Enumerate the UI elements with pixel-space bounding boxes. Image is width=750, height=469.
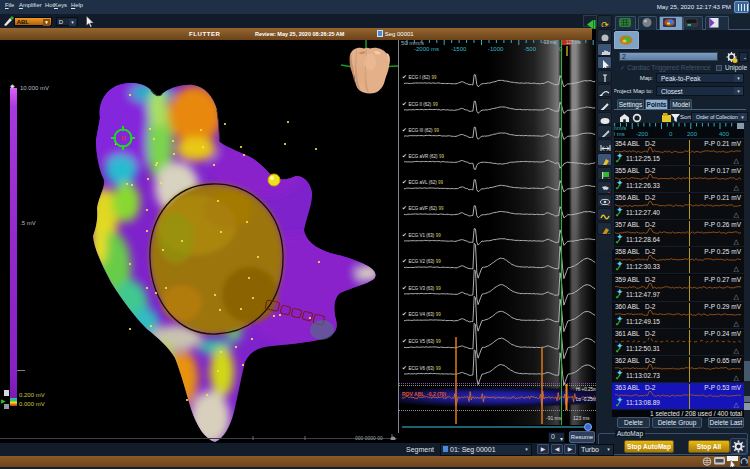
svg-text:⟳: ⟳	[601, 20, 609, 28]
svg-text:000 0000 00: 000 0000 00	[355, 435, 383, 440]
svg-text:R: R	[121, 135, 126, 142]
